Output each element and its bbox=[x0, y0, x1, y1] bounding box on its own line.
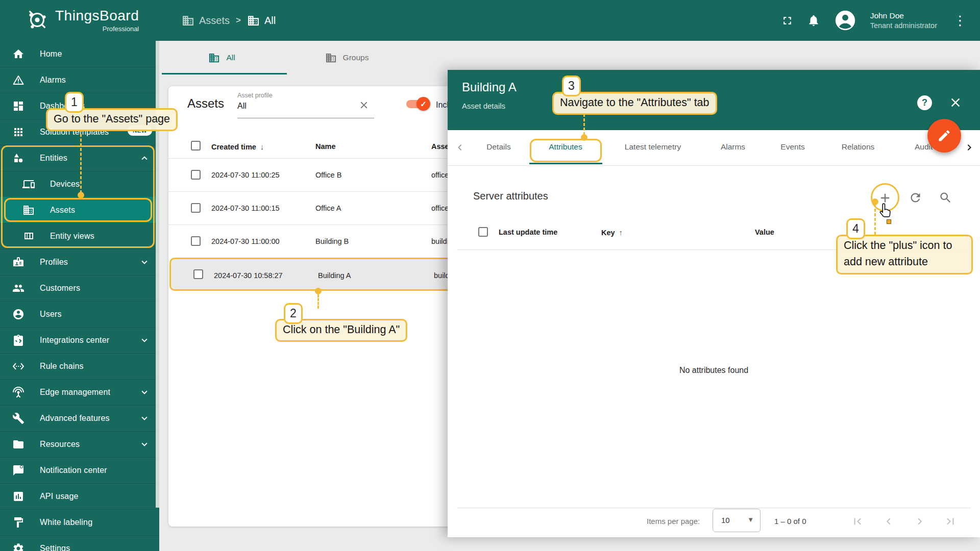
home-icon bbox=[12, 48, 24, 60]
tab-relations[interactable]: Relations bbox=[842, 142, 875, 152]
profiles-icon bbox=[12, 256, 24, 268]
building-icon bbox=[208, 52, 220, 64]
sidebar-item-integrations-center[interactable]: Integrations center bbox=[0, 327, 159, 353]
column-created-time[interactable]: Created time↓ bbox=[211, 142, 264, 151]
step-1-dot bbox=[78, 192, 84, 198]
pagination-range: 1 – 0 of 0 bbox=[774, 517, 806, 525]
breadcrumb-assets[interactable]: Assets bbox=[182, 14, 230, 27]
sidebar-item-customers[interactable]: Customers bbox=[0, 275, 159, 301]
user-info[interactable]: John Doe Tenant administrator bbox=[870, 11, 937, 30]
api-usage-chart-icon bbox=[12, 490, 24, 503]
breadcrumb-all[interactable]: All bbox=[247, 14, 276, 27]
notification-center-icon bbox=[12, 464, 24, 477]
clear-filter-icon[interactable] bbox=[358, 99, 370, 111]
fullscreen-icon[interactable] bbox=[781, 14, 794, 27]
row-checkbox[interactable] bbox=[193, 269, 203, 279]
step-3-connector bbox=[583, 114, 585, 135]
thingsboard-app: ThingsBoard Professional Assets > All bbox=[0, 0, 980, 551]
tabs-scroll-left-icon[interactable] bbox=[454, 141, 466, 154]
column-last-update-time[interactable]: Last update time bbox=[499, 228, 557, 236]
asset-profile-filter-label: Asset profile bbox=[237, 92, 273, 99]
user-role: Tenant administrator bbox=[870, 21, 937, 30]
help-icon[interactable]: ? bbox=[917, 95, 932, 110]
first-page-icon[interactable] bbox=[851, 515, 864, 528]
sort-asc-icon: ↑ bbox=[619, 228, 623, 237]
tabs-scroll-right-icon[interactable] bbox=[963, 141, 975, 154]
tab-latest-telemetry[interactable]: Latest telemetry bbox=[625, 142, 681, 152]
sidebar-item-alarms[interactable]: Alarms bbox=[0, 67, 159, 93]
notifications-bell-icon[interactable] bbox=[807, 14, 820, 27]
sidebar-item-edge-management[interactable]: Edge management bbox=[0, 379, 159, 405]
sidebar-item-entities[interactable]: Entities bbox=[0, 145, 159, 171]
sidebar-item-resources[interactable]: Resources bbox=[0, 431, 159, 457]
sidebar-item-api-usage[interactable]: API usage bbox=[0, 483, 159, 509]
breadcrumb-separator: > bbox=[236, 15, 241, 26]
step-1-connector bbox=[80, 129, 82, 193]
gear-icon bbox=[12, 542, 24, 551]
entity-views-icon bbox=[22, 230, 35, 242]
items-per-page-label: Items per page: bbox=[647, 517, 700, 525]
tab-events[interactable]: Events bbox=[780, 142, 804, 152]
tab-groups[interactable]: Groups bbox=[284, 41, 409, 74]
building-icon bbox=[22, 204, 35, 216]
items-per-page-select[interactable]: 10 ▼ bbox=[713, 509, 761, 532]
step-4-connector bbox=[874, 204, 876, 235]
alarms-warning-icon bbox=[12, 74, 24, 86]
rule-chains-icon bbox=[12, 360, 24, 372]
top-bar: ThingsBoard Professional Assets > All bbox=[0, 0, 980, 41]
search-icon[interactable] bbox=[939, 191, 952, 205]
next-page-icon[interactable] bbox=[913, 515, 926, 528]
last-page-icon[interactable] bbox=[944, 515, 957, 528]
sidebar-item-profiles[interactable]: Profiles bbox=[0, 249, 159, 275]
column-value[interactable]: Value bbox=[755, 228, 774, 236]
server-attributes-title: Server attributes bbox=[473, 190, 548, 202]
panel-subtitle: Asset details bbox=[462, 102, 505, 110]
tools-icon bbox=[12, 412, 24, 424]
asset-profile-filter-value[interactable]: All bbox=[237, 102, 247, 111]
select-all-checkbox[interactable] bbox=[478, 227, 488, 237]
close-icon[interactable] bbox=[948, 95, 963, 110]
sidebar-item-notification-center[interactable]: Notification center bbox=[0, 457, 159, 483]
thingsboard-logo-icon bbox=[26, 7, 49, 35]
avatar[interactable] bbox=[834, 9, 857, 32]
sidebar-item-advanced-features[interactable]: Advanced features bbox=[0, 405, 159, 431]
sidebar-item-home[interactable]: Home bbox=[0, 41, 159, 67]
step-3-badge: 3 bbox=[562, 76, 581, 96]
entities-icon bbox=[12, 152, 24, 164]
select-all-checkbox[interactable] bbox=[191, 141, 201, 151]
row-checkbox[interactable] bbox=[191, 170, 201, 180]
brand-name: ThingsBoard bbox=[55, 7, 139, 24]
tab-details[interactable]: Details bbox=[486, 142, 510, 152]
tab-all[interactable]: All bbox=[159, 41, 284, 74]
tab-alarms[interactable]: Alarms bbox=[721, 142, 745, 152]
sidebar-item-rule-chains[interactable]: Rule chains bbox=[0, 353, 159, 379]
sidebar-item-assets[interactable]: Assets bbox=[0, 197, 159, 223]
step-1-badge: 1 bbox=[65, 92, 84, 113]
sidebar-item-white-labeling[interactable]: White labeling bbox=[0, 509, 159, 535]
previous-page-icon[interactable] bbox=[882, 515, 895, 528]
tab-attributes[interactable]: Attributes bbox=[549, 142, 582, 152]
step-3-dot bbox=[581, 134, 587, 141]
column-key[interactable]: Key↑ bbox=[601, 228, 623, 237]
column-name[interactable]: Name bbox=[315, 142, 336, 151]
brand-logo: ThingsBoard Professional bbox=[26, 7, 139, 35]
user-name: John Doe bbox=[870, 11, 937, 20]
panel-title: Building A bbox=[462, 80, 517, 94]
row-checkbox[interactable] bbox=[191, 203, 201, 213]
step-1-callout: Go to the "Assets" page bbox=[46, 108, 178, 131]
step-2-badge: 2 bbox=[284, 303, 303, 324]
step-2-dot bbox=[315, 288, 322, 294]
sidebar-item-users[interactable]: Users bbox=[0, 301, 159, 327]
panel-tab-indicator bbox=[529, 163, 602, 164]
include-toggle-thumb[interactable]: ✓ bbox=[416, 97, 430, 111]
row-checkbox[interactable] bbox=[191, 236, 201, 246]
building-icon bbox=[247, 14, 260, 27]
sidebar-item-entity-views[interactable]: Entity views bbox=[0, 223, 159, 249]
assets-title: Assets bbox=[187, 96, 224, 111]
entity-group-tabs: All Groups bbox=[159, 41, 409, 74]
kebab-menu-icon[interactable]: ⋮ bbox=[953, 13, 967, 29]
edit-fab-button[interactable] bbox=[927, 119, 961, 153]
edge-antenna-icon bbox=[12, 386, 24, 398]
refresh-icon[interactable] bbox=[909, 191, 922, 205]
sidebar-item-settings[interactable]: Settings bbox=[0, 535, 159, 551]
